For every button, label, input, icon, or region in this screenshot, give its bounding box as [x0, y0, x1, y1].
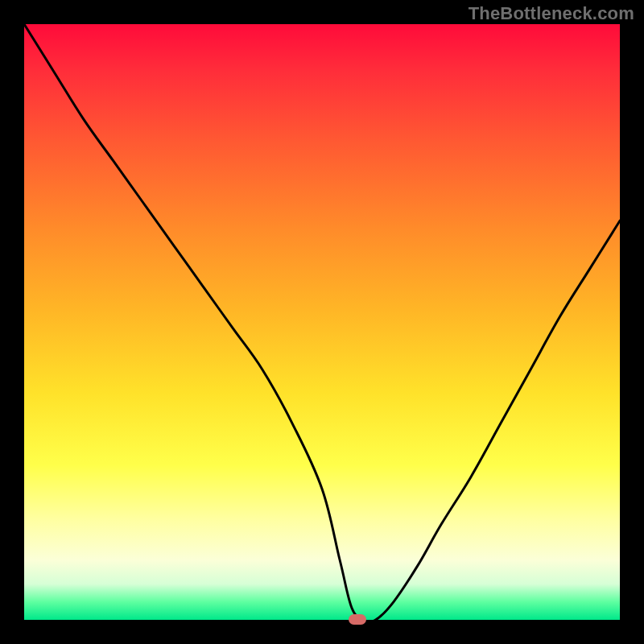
plot-area [24, 24, 620, 620]
bottleneck-curve [24, 24, 620, 620]
optimal-point-marker [349, 614, 366, 625]
watermark-text: TheBottleneck.com [469, 3, 634, 24]
chart-frame: TheBottleneck.com [0, 0, 644, 644]
